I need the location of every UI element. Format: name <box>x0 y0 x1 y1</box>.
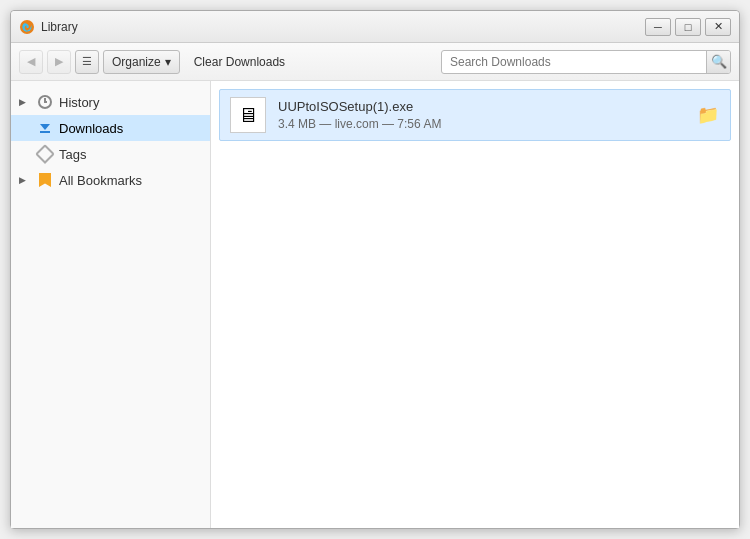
sidebar-item-all-bookmarks[interactable]: ▶ All Bookmarks <box>11 167 210 193</box>
download-info: UUPtoISOSetup(1).exe 3.4 MB — live.com —… <box>278 99 684 131</box>
main-content: ▶ History Downloads <box>11 81 739 528</box>
open-folder-button[interactable]: 📁 <box>696 103 720 127</box>
history-expander-icon: ▶ <box>19 97 31 107</box>
organize-label: Organize <box>112 55 161 69</box>
file-icon: 🖥 <box>238 104 258 127</box>
search-icon-button[interactable]: 🔍 <box>706 51 730 73</box>
clear-downloads-button[interactable]: Clear Downloads <box>184 50 295 74</box>
history-icon <box>37 94 53 110</box>
sidebar: ▶ History Downloads <box>11 81 211 528</box>
forward-button[interactable]: ▶ <box>47 50 71 74</box>
organize-button[interactable]: Organize ▾ <box>103 50 180 74</box>
search-input[interactable] <box>442 55 706 69</box>
toolbar: ◀ ▶ ☰ Organize ▾ Clear Downloads 🔍 <box>11 43 739 81</box>
all-bookmarks-icon <box>37 172 53 188</box>
download-list-item[interactable]: 🖥 UUPtoISOSetup(1).exe 3.4 MB — live.com… <box>219 89 731 141</box>
download-thumbnail: 🖥 <box>230 97 266 133</box>
title-bar: Library ─ □ ✕ <box>11 11 739 43</box>
window-title: Library <box>41 20 645 34</box>
library-window: Library ─ □ ✕ ◀ ▶ ☰ Organize ▾ Clear Dow… <box>10 10 740 529</box>
search-icon: 🔍 <box>711 54 727 69</box>
sidebar-item-tags-label: Tags <box>59 147 86 162</box>
sidebar-item-history[interactable]: ▶ History <box>11 89 210 115</box>
window-controls: ─ □ ✕ <box>645 18 731 36</box>
content-area: 🖥 UUPtoISOSetup(1).exe 3.4 MB — live.com… <box>211 81 739 528</box>
sidebar-item-all-bookmarks-label: All Bookmarks <box>59 173 142 188</box>
menu-button[interactable]: ☰ <box>75 50 99 74</box>
organize-arrow-icon: ▾ <box>165 55 171 69</box>
back-button[interactable]: ◀ <box>19 50 43 74</box>
search-box: 🔍 <box>441 50 731 74</box>
download-filename: UUPtoISOSetup(1).exe <box>278 99 684 114</box>
firefox-icon <box>19 19 35 35</box>
all-bookmarks-expander-icon: ▶ <box>19 175 31 185</box>
minimize-button[interactable]: ─ <box>645 18 671 36</box>
tags-icon <box>37 146 53 162</box>
sidebar-item-tags[interactable]: Tags <box>11 141 210 167</box>
downloads-icon <box>37 120 53 136</box>
folder-icon: 📁 <box>697 104 719 126</box>
sidebar-item-downloads[interactable]: Downloads <box>11 115 210 141</box>
sidebar-item-history-label: History <box>59 95 99 110</box>
maximize-button[interactable]: □ <box>675 18 701 36</box>
download-meta: 3.4 MB — live.com — 7:56 AM <box>278 117 684 131</box>
close-button[interactable]: ✕ <box>705 18 731 36</box>
sidebar-item-downloads-label: Downloads <box>59 121 123 136</box>
